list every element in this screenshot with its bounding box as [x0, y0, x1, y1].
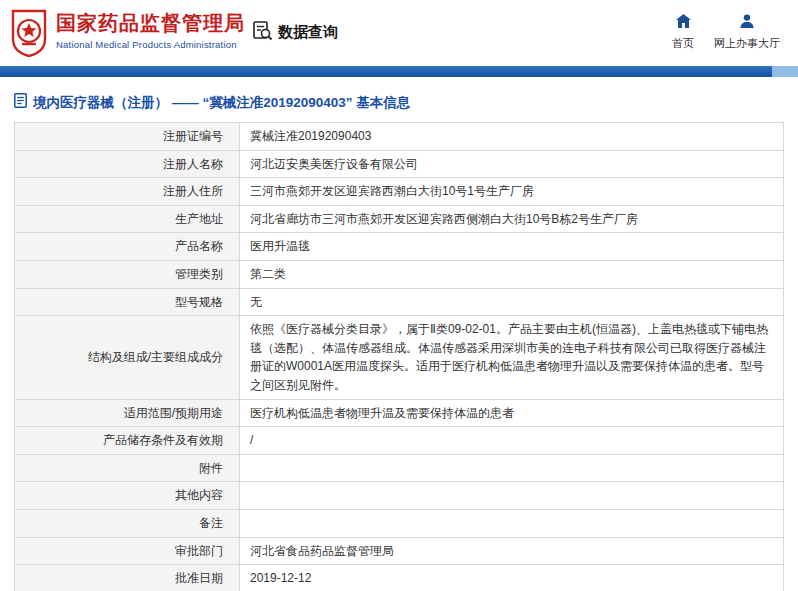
row-label: 型号规格 [15, 288, 240, 316]
national-emblem-logo [10, 9, 48, 57]
row-label: 附件 [15, 454, 240, 482]
row-value: / [240, 427, 784, 455]
row-value: 依照《医疗器械分类目录》，属于Ⅱ类09-02-01。产品主要由主机(恒温器)、上… [240, 316, 784, 399]
org-titles: 国家药品监督管理局 National Medical Products Admi… [56, 11, 245, 50]
row-value: 2019-12-12 [240, 565, 784, 591]
page-title: 境内医疗器械（注册） —— “冀械注准20192090403” 基本信息 [33, 94, 410, 112]
row-label: 注册证编号 [15, 123, 240, 151]
table-row: 审批部门河北省食品药品监督管理局 [15, 537, 784, 565]
data-query-section[interactable]: 数据查询 [252, 20, 338, 45]
row-value: 河北省食品药品监督管理局 [240, 537, 784, 565]
info-table-body: 注册证编号冀械注准20192090403注册人名称河北迈安奥美医疗设备有限公司注… [15, 123, 784, 591]
table-row: 注册人住所三河市燕郊开发区迎宾路西潮白大街10号1号生产厂房 [15, 178, 784, 206]
nav-online-hall-label: 网上办事大厅 [714, 36, 780, 51]
row-label: 其他内容 [15, 482, 240, 510]
nav-home[interactable]: 首页 [672, 14, 694, 51]
row-label: 批准日期 [15, 565, 240, 591]
row-label: 结构及组成/主要组成成分 [15, 316, 240, 399]
row-value [240, 482, 784, 510]
table-row: 管理类别第二类 [15, 260, 784, 288]
row-label: 审批部门 [15, 537, 240, 565]
row-label: 注册人住所 [15, 178, 240, 206]
registration-info-table: 注册证编号冀械注准20192090403注册人名称河北迈安奥美医疗设备有限公司注… [14, 122, 784, 591]
table-row: 备注 [15, 509, 784, 537]
site-header: 国家药品监督管理局 National Medical Products Admi… [0, 0, 798, 66]
table-row: 产品名称医用升温毯 [15, 233, 784, 261]
band-light-cap [772, 66, 798, 77]
user-icon [740, 14, 754, 32]
home-icon [676, 14, 691, 32]
header-accent-band [0, 66, 798, 77]
org-name-cn: 国家药品监督管理局 [56, 11, 245, 35]
org-name-en: National Medical Products Administration [56, 39, 245, 50]
row-label: 备注 [15, 509, 240, 537]
data-query-icon [252, 20, 273, 45]
row-value: 三河市燕郊开发区迎宾路西潮白大街10号1号生产厂房 [240, 178, 784, 206]
page-title-row: 境内医疗器械（注册） —— “冀械注准20192090403” 基本信息 [14, 93, 798, 112]
row-value: 医用升温毯 [240, 233, 784, 261]
table-row: 批准日期2019-12-12 [15, 565, 784, 591]
row-value: 冀械注准20192090403 [240, 123, 784, 151]
row-label: 产品储存条件及有效期 [15, 427, 240, 455]
table-row: 注册证编号冀械注准20192090403 [15, 123, 784, 151]
row-value: 无 [240, 288, 784, 316]
row-value: 河北省廊坊市三河市燕郊开发区迎宾路西侧潮白大街10号B栋2号生产厂房 [240, 205, 784, 233]
nav-home-label: 首页 [672, 36, 694, 51]
table-row: 产品储存条件及有效期/ [15, 427, 784, 455]
row-label: 产品名称 [15, 233, 240, 261]
row-value: 河北迈安奥美医疗设备有限公司 [240, 150, 784, 178]
row-value: 第二类 [240, 260, 784, 288]
data-query-label: 数据查询 [278, 23, 338, 42]
table-row: 型号规格无 [15, 288, 784, 316]
row-value [240, 509, 784, 537]
document-icon [14, 93, 27, 112]
table-row: 结构及组成/主要组成成分依照《医疗器械分类目录》，属于Ⅱ类09-02-01。产品… [15, 316, 784, 399]
nav-online-hall[interactable]: 网上办事大厅 [714, 14, 780, 51]
row-value: 医疗机构低温患者物理升温及需要保持体温的患者 [240, 399, 784, 427]
table-row: 其他内容 [15, 482, 784, 510]
table-row: 生产地址河北省廊坊市三河市燕郊开发区迎宾路西侧潮白大街10号B栋2号生产厂房 [15, 205, 784, 233]
row-label: 适用范围/预期用途 [15, 399, 240, 427]
table-row: 附件 [15, 454, 784, 482]
table-row: 注册人名称河北迈安奥美医疗设备有限公司 [15, 150, 784, 178]
row-label: 注册人名称 [15, 150, 240, 178]
table-row: 适用范围/预期用途医疗机构低温患者物理升温及需要保持体温的患者 [15, 399, 784, 427]
row-label: 管理类别 [15, 260, 240, 288]
row-value [240, 454, 784, 482]
row-label: 生产地址 [15, 205, 240, 233]
